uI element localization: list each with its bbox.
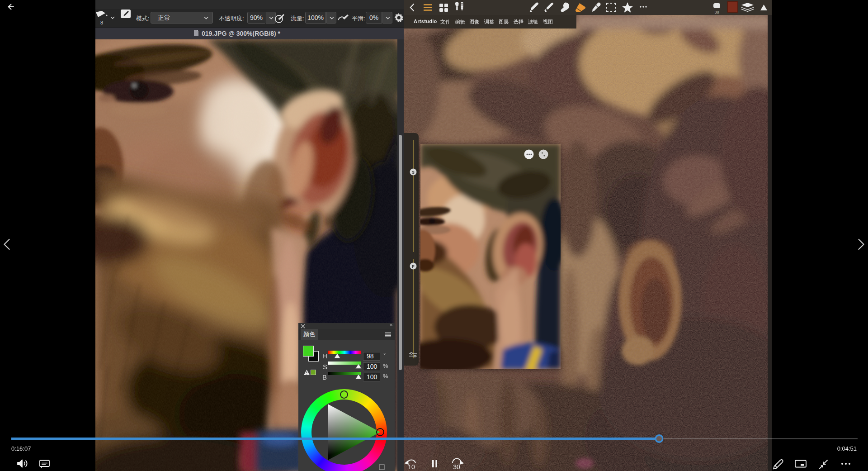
svg-text:0:16:07: 0:16:07	[11, 445, 31, 452]
svg-text:8: 8	[100, 20, 103, 25]
svg-text:F: F	[412, 264, 415, 269]
svg-text:0:04:51: 0:04:51	[837, 445, 857, 452]
svg-text:S: S	[412, 170, 415, 175]
